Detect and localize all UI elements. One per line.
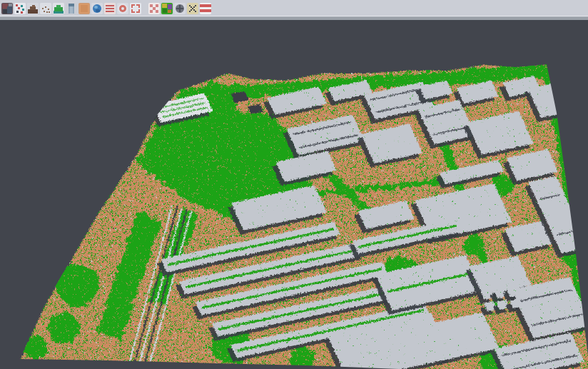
toolbar-button-target-ring[interactable] — [117, 3, 128, 14]
toolbar — [0, 0, 588, 16]
toolbar-button-red-layers[interactable] — [104, 3, 116, 14]
hillshade-icon — [27, 3, 39, 14]
toolbar-button-texture-image[interactable] — [1, 3, 13, 14]
classification-map-icon — [161, 3, 173, 14]
point-density-icon — [40, 3, 51, 14]
classified-points-icon — [14, 3, 26, 14]
toolbar-button-mesh-sphere[interactable] — [174, 3, 186, 14]
toolbar-button-point-density[interactable] — [40, 3, 51, 14]
toolbar-button-orthophoto[interactable] — [78, 3, 90, 14]
toolbar-button-raster-grid[interactable] — [148, 3, 160, 14]
toolbar-button-globe-3d[interactable] — [91, 3, 103, 14]
toolbar-button-classification-map[interactable] — [161, 3, 173, 14]
toolbar-button-hillshade[interactable] — [27, 3, 39, 14]
crop-region-icon — [130, 3, 141, 14]
texture-image-icon — [1, 3, 13, 14]
measure-grid-icon — [187, 3, 198, 14]
3d-viewport[interactable] — [0, 20, 588, 369]
mesh-sphere-icon — [174, 3, 186, 14]
cross-section-icon — [66, 3, 77, 14]
3d-viewport-canvas[interactable] — [0, 20, 588, 369]
toolbar-button-crop-region[interactable] — [130, 3, 141, 14]
toolbar-button-dtm-terrain[interactable] — [53, 3, 64, 14]
toolbar-button-striped-flag[interactable] — [200, 3, 211, 14]
globe-3d-icon — [91, 3, 103, 14]
application-window — [0, 0, 588, 369]
striped-flag-icon — [200, 3, 211, 14]
orthophoto-icon — [78, 3, 90, 14]
toolbar-button-classified-points[interactable] — [14, 3, 26, 14]
target-ring-icon — [117, 3, 128, 14]
raster-grid-icon — [148, 3, 160, 14]
red-layers-icon — [104, 3, 116, 14]
toolbar-button-measure-grid[interactable] — [187, 3, 198, 14]
toolbar-button-cross-section[interactable] — [66, 3, 77, 14]
dtm-terrain-icon — [53, 3, 64, 14]
